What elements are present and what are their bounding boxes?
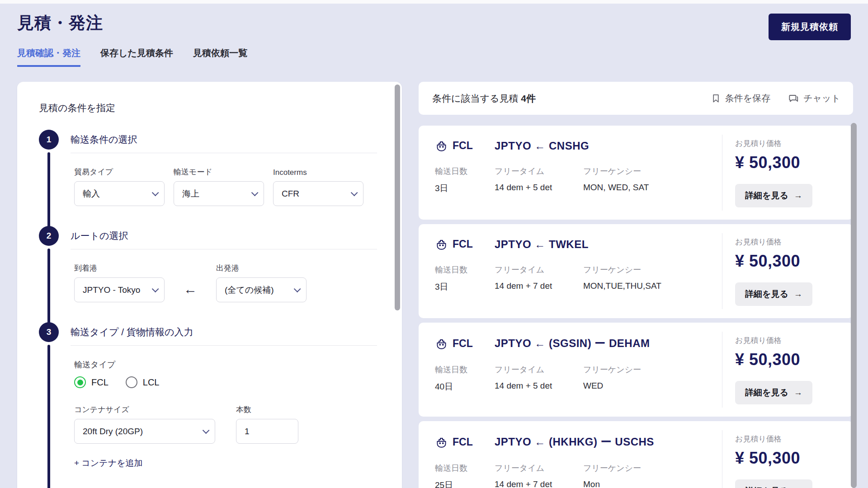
tab-bar: 見積確認・発注 保存した見積条件 見積依頼一覧 xyxy=(17,47,247,67)
chat-icon xyxy=(788,93,799,104)
quote-card: FCL JPTYO ← CNSHG 輸送日数 フリータイム フリーケンシー 3日… xyxy=(419,126,853,220)
results-count-number: 4件 xyxy=(521,93,536,103)
departure-port-select[interactable]: (全ての候補) xyxy=(216,277,307,302)
view-details-button[interactable]: 詳細を見る → xyxy=(735,184,812,207)
quotes-page: 見積・発注 新規見積依頼 見積確認・発注 保存した見積条件 見積依頼一覧 見積の… xyxy=(0,0,868,488)
ship-icon xyxy=(435,337,448,350)
quantity-label: 本数 xyxy=(236,404,298,415)
days-value: 25日 xyxy=(435,479,495,488)
tab-quote-confirm-order[interactable]: 見積確認・発注 xyxy=(17,47,80,67)
view-details-button[interactable]: 詳細を見る → xyxy=(735,479,812,488)
card-route: JPTYO ← (HKHKG) ー USCHS xyxy=(495,435,722,449)
arrow-right-icon: → xyxy=(794,388,802,398)
days-value: 40日 xyxy=(435,381,495,393)
add-container-link[interactable]: + コンテナを追加 xyxy=(74,457,143,469)
price-label: お見積り価格 xyxy=(735,335,842,346)
days-value: 3日 xyxy=(435,281,495,293)
container-size-label: コンテナサイズ xyxy=(74,404,215,415)
step-title: 輸送条件の選択 xyxy=(71,130,377,146)
form-heading: 見積の条件を指定 xyxy=(39,102,377,114)
step-title: 輸送タイプ / 貨物情報の入力 xyxy=(71,322,377,338)
chevron-down-icon xyxy=(152,286,159,293)
transport-type-label: 輸送タイプ xyxy=(74,359,377,370)
radio-fcl[interactable]: FCL xyxy=(74,376,108,388)
view-details-label: 詳細を見る xyxy=(745,190,788,202)
free-time-label: フリータイム xyxy=(495,166,583,177)
quote-conditions-panel: 見積の条件を指定 1 輸送条件の選択 貿易タイプ 輸入 xyxy=(17,82,402,488)
card-type-label: FCL xyxy=(453,338,473,350)
view-details-label: 詳細を見る xyxy=(745,387,788,399)
arrival-port-select[interactable]: JPTYO - Tokyo xyxy=(74,277,165,302)
card-route: JPTYO ← TWKEL xyxy=(495,238,722,251)
incoterms-value: CFR xyxy=(282,189,299,199)
chat-button[interactable]: チャット xyxy=(788,92,840,104)
radio-fcl-label: FCL xyxy=(91,377,108,388)
save-conditions-button[interactable]: 条件を保存 xyxy=(711,92,770,104)
tab-saved-quote-conditions[interactable]: 保存した見積条件 xyxy=(100,47,173,67)
days-label: 輸送日数 xyxy=(435,364,495,375)
frequency-value: WED xyxy=(583,381,722,393)
free-time-value: 14 dem + 7 det xyxy=(495,479,583,488)
results-count-text: 条件に該当する見積 xyxy=(432,93,518,103)
frequency-label: フリーケンシー xyxy=(583,463,722,474)
departure-port-value: (全ての候補) xyxy=(225,284,274,296)
tab-quote-request-list[interactable]: 見積依頼一覧 xyxy=(193,47,247,67)
arrow-right-icon: → xyxy=(794,289,802,299)
frequency-value: Mon xyxy=(583,479,722,488)
free-time-label: フリータイム xyxy=(495,264,583,275)
incoterms-select[interactable]: CFR xyxy=(273,181,363,206)
incoterms-label: Incoterms xyxy=(273,168,363,177)
results-scrollbar[interactable] xyxy=(851,123,857,488)
chat-label: チャット xyxy=(803,92,840,104)
card-route: JPTYO ← (SGSIN) ー DEHAM xyxy=(495,336,722,351)
radio-unselected-icon xyxy=(126,376,137,388)
quote-card-list: FCL JPTYO ← CNSHG 輸送日数 フリータイム フリーケンシー 3日… xyxy=(419,126,853,488)
quote-card: FCL JPTYO ← (SGSIN) ー DEHAM 輸送日数 フリータイム … xyxy=(419,323,853,417)
bookmark-icon xyxy=(711,93,721,103)
top-strip xyxy=(0,0,868,4)
chevron-down-icon xyxy=(251,189,259,197)
price-value: ¥ 50,300 xyxy=(735,252,842,271)
radio-lcl[interactable]: LCL xyxy=(126,376,160,388)
view-details-label: 詳細を見る xyxy=(745,485,788,488)
transport-type-radio-group: FCL LCL xyxy=(74,376,377,388)
arrival-port-value: JPTYO - Tokyo xyxy=(83,285,140,295)
step-title: ルートの選択 xyxy=(71,226,377,242)
page-title: 見積・発注 xyxy=(17,12,103,34)
trade-type-label: 貿易タイプ xyxy=(74,167,165,177)
free-time-value: 14 dem + 7 det xyxy=(495,281,583,293)
view-details-button[interactable]: 詳細を見る → xyxy=(735,282,812,306)
trade-type-select[interactable]: 輸入 xyxy=(74,181,165,206)
departure-port-label: 出発港 xyxy=(216,263,307,273)
route-direction-arrow-icon: ← xyxy=(184,282,197,297)
free-time-label: フリータイム xyxy=(495,463,583,474)
frequency-label: フリーケンシー xyxy=(583,166,722,177)
days-value: 3日 xyxy=(435,183,495,194)
step-number-badge: 1 xyxy=(39,130,59,150)
step-route-selection: 2 ルートの選択 到着港 JPTYO - Tokyo ← xyxy=(39,226,377,322)
quote-results-column: 条件に該当する見積 4件 条件を保存 チャット xyxy=(419,82,853,488)
card-type-label: FCL xyxy=(453,140,473,152)
price-label: お見積り価格 xyxy=(735,138,842,149)
new-quote-request-button[interactable]: 新規見積依頼 xyxy=(769,14,851,40)
price-value: ¥ 50,300 xyxy=(735,153,842,172)
transport-mode-select[interactable]: 海上 xyxy=(174,181,264,206)
quote-card: FCL JPTYO ← TWKEL 輸送日数 フリータイム フリーケンシー 3日… xyxy=(419,224,853,318)
left-panel-scrollbar[interactable] xyxy=(395,84,400,310)
price-value: ¥ 50,300 xyxy=(735,350,842,369)
transport-mode-value: 海上 xyxy=(182,188,199,200)
view-details-button[interactable]: 詳細を見る → xyxy=(735,381,812,404)
container-size-select[interactable]: 20ft Dry (20GP) xyxy=(74,419,215,444)
step-number-badge: 3 xyxy=(39,322,59,342)
step-transport-conditions: 1 輸送条件の選択 貿易タイプ 輸入 輸送モード xyxy=(39,130,377,226)
free-time-value: 14 dem + 5 det xyxy=(495,183,583,194)
arrow-right-icon: → xyxy=(794,486,802,488)
quantity-input[interactable] xyxy=(236,419,298,444)
results-header: 条件に該当する見積 4件 条件を保存 チャット xyxy=(419,82,853,115)
quote-card: FCL JPTYO ← (HKHKG) ー USCHS 輸送日数 フリータイム … xyxy=(419,421,853,488)
free-time-value: 14 dem + 5 det xyxy=(495,381,583,393)
arrow-right-icon: → xyxy=(794,191,802,201)
price-label: お見積り価格 xyxy=(735,434,842,444)
save-conditions-label: 条件を保存 xyxy=(725,92,770,104)
free-time-label: フリータイム xyxy=(495,364,583,375)
